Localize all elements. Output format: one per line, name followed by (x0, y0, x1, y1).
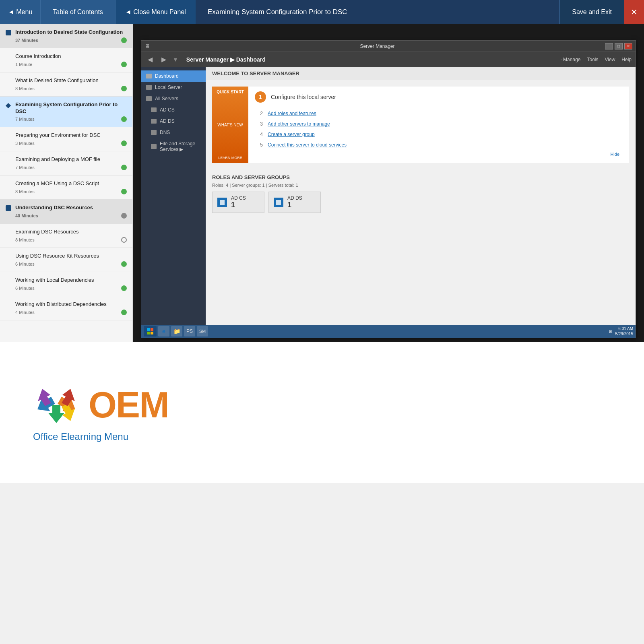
sm-step-1-text: Configure this local server (271, 94, 336, 100)
sm-role-adcs[interactable]: AD CS 1 (212, 192, 264, 213)
sm-adds-info: AD DS 1 (287, 195, 302, 209)
svg-rect-4 (147, 332, 150, 334)
item-duration: 8 Minutes (15, 86, 35, 91)
sm-nav-dashboard-label: Dashboard (155, 73, 179, 79)
taskbar-start-button[interactable] (144, 326, 157, 336)
item-title: What is Desired State Configuration (15, 77, 127, 84)
close-panel-button[interactable]: ◄ Close Menu Panel (116, 0, 196, 24)
sm-nav-adds[interactable]: AD DS (141, 116, 206, 127)
item-duration: 8 Minutes (15, 189, 35, 194)
sm-step-4-link[interactable]: Create a server group (268, 132, 315, 137)
save-exit-button[interactable]: Save and Exit (559, 0, 624, 24)
sidebar-item-creating-mof[interactable]: Creating a MOF Using a DSC Script 8 Minu… (0, 175, 132, 200)
bottom-area: OEM Office Elearning Menu (0, 342, 644, 483)
sidebar-item-course-intro[interactable]: Course Introduction 1 Minute (0, 48, 132, 72)
sidebar-item-distributed-deps[interactable]: Working with Distributed Dependencies 4 … (0, 296, 132, 320)
item-duration: 8 Minutes (15, 237, 35, 242)
sidebar-item-local-deps[interactable]: Working with Local Dependencies 6 Minute… (0, 272, 132, 296)
toc-button[interactable]: Table of Contents (41, 0, 116, 24)
item-status-dot (121, 285, 127, 291)
item-status-dot (121, 116, 127, 122)
sm-step-4-num: 4 (255, 132, 263, 137)
sidebar-item-what-is-dsc[interactable]: What is Desired State Configuration 8 Mi… (0, 72, 132, 97)
svg-rect-2 (147, 328, 150, 331)
sidebar-item-examining-dsc[interactable]: Examining DSC Resources 8 Minutes (0, 224, 132, 248)
sm-back-button[interactable]: ◀ (145, 54, 155, 65)
sm-toolbar: ◀ ▶ ▼ Server Manager ▶ Dashboard · Manag… (141, 52, 636, 67)
sm-nav-dns[interactable]: DNS (141, 127, 206, 138)
sidebar-item-preparing-env[interactable]: Preparing your Environment for DSC 3 Min… (0, 127, 132, 151)
sidebar-item-examining-system[interactable]: ◆ Examining System Configuration Prior t… (0, 97, 132, 128)
sm-refresh-button[interactable]: ▼ (173, 56, 178, 63)
sm-titlebar: 🖥 Server Manager _ □ ✕ (141, 41, 636, 52)
svg-rect-5 (151, 332, 153, 334)
sm-role-adds[interactable]: AD DS 1 (268, 192, 321, 213)
all-servers-icon (146, 96, 152, 101)
sm-nav-all-servers[interactable]: All Servers (141, 93, 206, 104)
adcs-role-icon (217, 198, 227, 207)
ie-icon: e (162, 328, 165, 334)
dashboard-icon (146, 74, 152, 78)
section-title: Understanding DSC Resources (15, 204, 127, 211)
sidebar-item-resource-kit[interactable]: Using DSC Resource Kit Resources 6 Minut… (0, 248, 132, 272)
sm-step-3-link[interactable]: Add other servers to manage (268, 121, 330, 127)
section-text: Understanding DSC Resources 40 Minutes (15, 204, 127, 219)
item-title: Using DSC Resource Kit Resources (15, 253, 127, 260)
sidebar-item-deploying-mof[interactable]: Examining and Deploying a MOF file 7 Min… (0, 151, 132, 175)
item-title: Course Introduction (15, 53, 127, 60)
sidebar-section-intro[interactable]: Introduction to Desired State Configurat… (0, 24, 132, 48)
sm-step-5-link[interactable]: Connect this server to cloud services (268, 142, 347, 148)
sm-nav-adcs[interactable]: AD CS (141, 104, 206, 116)
sm-nav-dashboard[interactable]: Dashboard (141, 70, 206, 82)
taskbar-clock: 6:01 AM 5/29/2015 (615, 326, 634, 336)
sm-step-3-num: 3 (255, 121, 263, 127)
sm-manage-btn[interactable]: · Manage (560, 57, 580, 62)
save-exit-label: Save and Exit (572, 8, 612, 16)
item-title: Creating a MOF Using a DSC Script (15, 180, 127, 187)
sm-nav-file-storage[interactable]: File and Storage Services ▶ (141, 138, 206, 155)
sm-breadcrumb: Server Manager ▶ Dashboard (182, 56, 557, 63)
sm-step-4-row: 4 Create a server group (255, 129, 623, 140)
item-meta: 6 Minutes (15, 285, 127, 291)
item-text: Examining System Configuration Prior to … (15, 101, 127, 122)
sm-step-2-link[interactable]: Add roles and features (268, 111, 316, 116)
section-duration: 40 Minutes (15, 213, 38, 218)
sm-help-btn[interactable]: Help (621, 57, 632, 62)
sm-nav-local-server[interactable]: Local Server (141, 82, 206, 93)
sm-sidebar-nav: Dashboard Local Server All Servers AD CS (141, 67, 206, 338)
slide-title: Examining System Configuration Prior to … (196, 0, 559, 24)
sm-view-btn[interactable]: View (605, 57, 615, 62)
taskbar-network-icon: ⊞ (609, 329, 612, 334)
taskbar-powershell-icon[interactable]: PS (184, 326, 195, 336)
sm-minimize-button[interactable]: _ (605, 43, 613, 50)
sm-hide-button[interactable]: Hide (255, 150, 623, 158)
sm-adcs-info: AD CS 1 (231, 195, 246, 209)
sm-nav-file-label: File and Storage Services ▶ (160, 141, 201, 152)
taskbar-ie-icon[interactable]: e (158, 326, 169, 336)
item-title: Examining and Deploying a MOF file (15, 156, 127, 163)
sm-orange-banner: QUICK START WHAT'S NEW LEARN MORE (212, 87, 248, 163)
sm-adds-count: 1 (287, 201, 302, 209)
sm-window-title: Server Manager (153, 43, 602, 49)
item-text: Preparing your Environment for DSC 3 Min… (15, 132, 127, 146)
svg-rect-0 (220, 200, 225, 205)
menu-button[interactable]: ◄ Menu (0, 0, 41, 24)
close-x-button[interactable]: ✕ (624, 0, 644, 24)
sm-steps-panel: 1 Configure this local server 2 Add role… (248, 87, 629, 163)
item-duration: 6 Minutes (15, 286, 35, 291)
taskbar-servermanager-icon[interactable]: SM (197, 326, 208, 336)
item-status-dot (121, 140, 127, 146)
item-duration: 7 Minutes (15, 117, 35, 122)
taskbar-explorer-icon[interactable]: 📁 (171, 326, 182, 336)
sm-forward-button[interactable]: ▶ (159, 54, 169, 65)
item-meta: 7 Minutes (15, 116, 127, 122)
sidebar-section-dsc-resources[interactable]: Understanding DSC Resources 40 Minutes (0, 200, 132, 224)
item-duration: 1 Minute (15, 62, 32, 67)
sm-maximize-button[interactable]: □ (615, 43, 623, 50)
content-area: 🖥 Server Manager _ □ ✕ ◀ ▶ ▼ Server Mana… (133, 24, 644, 342)
item-status-dot (121, 310, 127, 315)
sm-tools-btn[interactable]: Tools (587, 57, 599, 62)
sm-nav-adds-label: AD DS (160, 118, 175, 124)
sm-close-button[interactable]: ✕ (624, 43, 632, 50)
section-meta: 37 Minutes (15, 37, 127, 43)
